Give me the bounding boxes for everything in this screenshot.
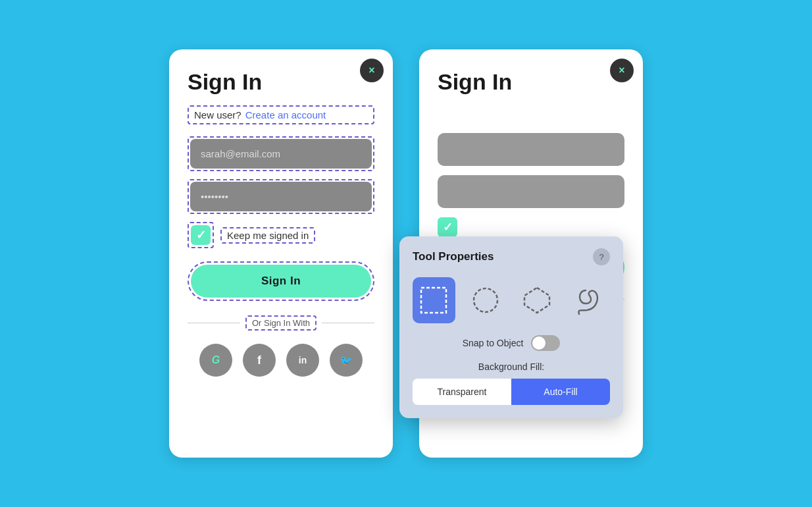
help-icon: ? xyxy=(599,252,603,262)
create-account-link[interactable]: Create an account xyxy=(245,109,326,120)
grey-input-password xyxy=(438,175,624,208)
password-input-group xyxy=(188,179,374,214)
snap-to-object-row: Snap to Object xyxy=(413,335,610,351)
svg-marker-2 xyxy=(524,288,549,313)
svg-point-1 xyxy=(474,288,497,312)
snap-label: Snap to Object xyxy=(463,338,524,348)
tool-properties-panel: Tool Properties ? xyxy=(399,236,623,418)
card-left-title: Sign In xyxy=(188,69,262,95)
keep-signed-in-row: ✓ Keep me signed in xyxy=(188,222,315,248)
signin-button[interactable]: Sign In xyxy=(191,265,371,298)
signin-btn-wrap: Sign In xyxy=(188,261,374,301)
autofill-button[interactable]: Auto-Fill xyxy=(511,379,610,405)
grey-input-email xyxy=(438,133,624,166)
checkbox-green[interactable]: ✓ xyxy=(191,225,211,245)
card-right: × Sign In ✓ G f Tool Properties ? xyxy=(419,49,643,458)
toggle-knob xyxy=(532,336,546,350)
social-icons-row: G f in 🐦 xyxy=(199,344,363,377)
shape-circle[interactable] xyxy=(465,277,507,323)
google-icon: G xyxy=(212,354,220,366)
transparent-button[interactable]: Transparent xyxy=(413,379,511,405)
twitter-icon: 🐦 xyxy=(340,354,353,367)
divider-line-left xyxy=(188,323,240,323)
close-button-left[interactable]: × xyxy=(360,59,384,82)
svg-rect-0 xyxy=(421,288,446,313)
tool-shapes-row xyxy=(413,277,610,323)
divider-row: Or Sign In With xyxy=(188,315,374,331)
password-dashed-border xyxy=(188,179,374,214)
social-facebook[interactable]: f xyxy=(243,344,276,377)
help-button[interactable]: ? xyxy=(593,248,610,265)
divider-text: Or Sign In With xyxy=(245,315,317,331)
fill-buttons: Transparent Auto-Fill xyxy=(413,379,610,405)
new-user-section: New user? Create an account xyxy=(188,105,374,124)
password-input[interactable] xyxy=(190,182,372,211)
lasso-icon xyxy=(572,284,605,317)
social-linkedin[interactable]: in xyxy=(286,344,319,377)
tool-panel-header: Tool Properties ? xyxy=(413,248,610,265)
card-left: × Sign In New user? Create an account ✓ … xyxy=(169,49,393,458)
social-twitter[interactable]: 🐦 xyxy=(330,344,363,377)
new-user-text: New user? xyxy=(194,109,241,120)
email-input-group xyxy=(188,136,374,171)
card-right-title: Sign In xyxy=(438,69,512,95)
linkedin-icon: in xyxy=(299,355,307,365)
email-input[interactable] xyxy=(190,139,372,169)
close-icon-left: × xyxy=(368,65,374,76)
checkbox-green-right[interactable]: ✓ xyxy=(438,217,457,237)
tool-panel-title: Tool Properties xyxy=(413,250,494,263)
shape-rectangle[interactable] xyxy=(413,277,455,323)
snap-toggle[interactable] xyxy=(531,335,560,351)
polygon-icon xyxy=(520,284,553,317)
checkbox-label: Keep me signed in xyxy=(220,227,315,244)
rectangle-icon xyxy=(417,284,450,317)
bg-fill-label: Background Fill: xyxy=(413,361,610,372)
circle-icon xyxy=(469,284,502,317)
shape-polygon[interactable] xyxy=(516,277,559,323)
divider-line-right xyxy=(322,323,374,323)
facebook-icon: f xyxy=(257,354,261,367)
social-google[interactable]: G xyxy=(199,344,232,377)
close-icon-right: × xyxy=(619,65,624,76)
checkbox-dashed-border: ✓ xyxy=(188,222,214,248)
close-button-right[interactable]: × xyxy=(610,59,634,82)
shape-lasso[interactable] xyxy=(568,277,611,323)
email-dashed-border xyxy=(188,136,374,171)
